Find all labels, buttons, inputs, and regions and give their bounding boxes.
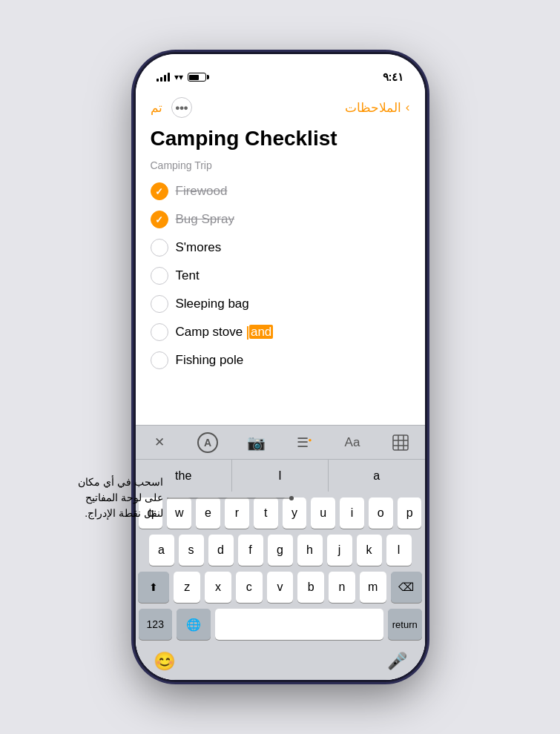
microphone-button[interactable]: 🎤 (387, 652, 407, 671)
note-title: Camping Checklist (136, 124, 425, 159)
key-row-4: 123 🌐 return (139, 609, 422, 640)
predictive-item-i[interactable]: I (232, 460, 329, 492)
checklist-format-button[interactable]: ☰● (291, 429, 317, 456)
key-n[interactable]: n (329, 572, 355, 603)
key-numbers[interactable]: 123 (139, 609, 173, 640)
key-w[interactable]: w (167, 497, 191, 529)
more-icon: ●●● (175, 103, 188, 112)
key-h[interactable]: h (297, 535, 323, 566)
item-text-campstove: Camp stove and (176, 325, 274, 340)
list-icon: ☰● (297, 434, 312, 451)
item-text-fishingpole: Fishing pole (176, 353, 244, 368)
key-a[interactable]: a (149, 535, 174, 566)
checkbox-sleepingbag[interactable] (151, 295, 168, 313)
status-time: ٩:٤١ (383, 70, 404, 84)
keyboard-bottom: 😊 🎤 (136, 643, 425, 680)
list-item[interactable]: Camp stove and (151, 318, 410, 346)
nav-right: › الملاحظات (345, 100, 410, 116)
key-x[interactable]: x (205, 572, 231, 603)
close-keyboard-button[interactable]: ✕ (146, 429, 173, 456)
nav-left: تم ●●● (151, 97, 192, 118)
predictive-item-the[interactable]: the (136, 460, 232, 492)
key-i[interactable]: i (340, 497, 364, 529)
status-bar: ▾▾ ٩:٤١ (136, 54, 425, 91)
checkbox-tent[interactable] (151, 267, 168, 285)
key-row-3: ⬆ z x c v b n m ⌫ (139, 572, 422, 603)
section-label: Camping Trip (151, 159, 410, 171)
signal-icon (157, 73, 170, 82)
key-c[interactable]: c (236, 572, 263, 603)
wifi-icon: ▾▾ (174, 72, 183, 82)
key-r[interactable]: r (225, 497, 249, 529)
checkbox-fishingpole[interactable] (151, 351, 168, 369)
keyboard: q w e r t y u i o p a s d f g h j k (136, 492, 425, 643)
camera-button[interactable]: 📷 (243, 429, 269, 456)
format-text-icon: Aa (345, 435, 360, 450)
key-o[interactable]: o (369, 497, 393, 529)
cursor-highlight-and: and (249, 325, 273, 339)
key-row-2: a s d f g h j k l (139, 535, 422, 566)
status-bar-left-icons: ▾▾ (157, 72, 206, 82)
key-row-1: q w e r t y u i o p (139, 497, 422, 529)
list-item[interactable]: Firewood (151, 177, 410, 205)
key-space[interactable] (215, 609, 384, 640)
item-text-smores: S'mores (176, 240, 222, 255)
predictive-text-bar: the I a (136, 459, 425, 492)
table-icon (392, 434, 409, 452)
key-t[interactable]: t (254, 497, 278, 529)
key-p[interactable]: p (398, 497, 422, 529)
markup-button[interactable]: A (194, 429, 221, 456)
markup-icon: A (197, 432, 218, 453)
checklist-container: Camping Trip Firewood Bug Spray S'mores … (136, 159, 425, 425)
back-chevron-icon[interactable]: › (406, 100, 410, 115)
text-format-button[interactable]: Aa (339, 429, 366, 456)
key-z[interactable]: z (174, 572, 200, 603)
list-item[interactable]: Tent (151, 262, 410, 290)
more-button[interactable]: ●●● (171, 97, 192, 118)
key-u[interactable]: u (311, 497, 335, 529)
key-q[interactable]: q (139, 497, 163, 529)
key-return[interactable]: return (388, 609, 422, 640)
checkbox-bugspray[interactable] (151, 211, 168, 228)
list-item[interactable]: S'mores (151, 234, 410, 262)
close-icon: ✕ (154, 434, 165, 450)
key-s[interactable]: s (179, 535, 204, 566)
list-item[interactable]: Bug Spray (151, 205, 410, 234)
phone-frame: ▾▾ ٩:٤١ تم ●●● › الملاحظات Camping Check… (136, 54, 425, 680)
key-g[interactable]: g (268, 535, 293, 566)
key-y[interactable]: y (283, 497, 307, 529)
item-text-bugspray: Bug Spray (176, 212, 234, 227)
svg-rect-0 (393, 435, 408, 450)
camera-icon: 📷 (247, 434, 266, 452)
key-k[interactable]: k (357, 535, 382, 566)
checkbox-campstove[interactable] (151, 323, 168, 341)
checkbox-firewood[interactable] (151, 182, 168, 200)
nav-bar: تم ●●● › الملاحظات (136, 91, 425, 124)
keyboard-toolbar: ✕ A 📷 ☰● Aa (136, 425, 425, 459)
item-text-firewood: Firewood (176, 184, 228, 199)
key-l[interactable]: l (386, 535, 412, 566)
key-b[interactable]: b (297, 572, 324, 603)
item-text-tent: Tent (176, 268, 200, 283)
key-j[interactable]: j (327, 535, 352, 566)
app-content: تم ●●● › الملاحظات Camping Checklist Cam… (136, 91, 425, 680)
emoji-button[interactable]: 😊 (154, 651, 176, 672)
key-delete[interactable]: ⌫ (391, 572, 422, 603)
key-d[interactable]: d (208, 535, 234, 566)
list-item[interactable]: Fishing pole (151, 346, 410, 374)
table-button[interactable] (387, 429, 414, 456)
notes-back-link[interactable]: الملاحظات (345, 100, 401, 116)
battery-icon (188, 73, 206, 82)
item-text-sleepingbag: Sleeping bag (176, 297, 249, 311)
key-shift[interactable]: ⬆ (138, 572, 169, 603)
predictive-item-a[interactable]: a (329, 460, 424, 492)
done-button[interactable]: تم (151, 100, 162, 116)
key-globe[interactable]: 🌐 (177, 609, 211, 640)
key-m[interactable]: m (360, 572, 386, 603)
list-item[interactable]: Sleeping bag (151, 290, 410, 318)
checkbox-smores[interactable] (151, 239, 168, 257)
text-cursor (247, 326, 248, 340)
key-e[interactable]: e (196, 497, 220, 529)
key-f[interactable]: f (238, 535, 263, 566)
key-v[interactable]: v (267, 572, 294, 603)
